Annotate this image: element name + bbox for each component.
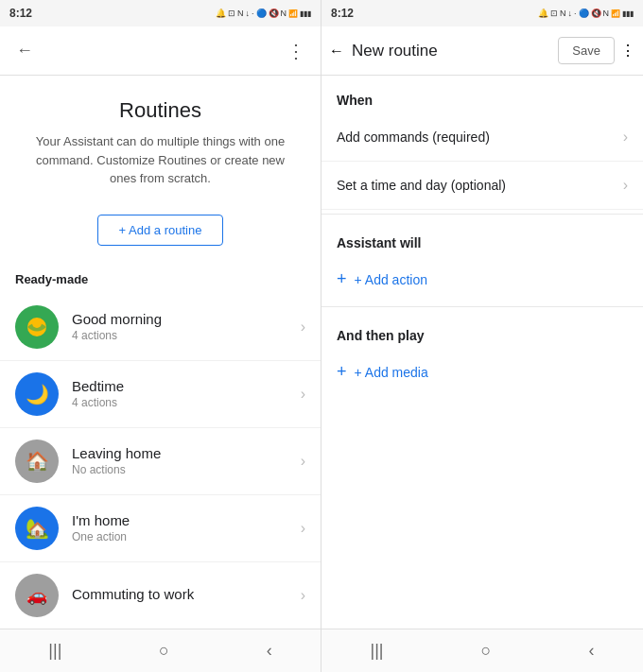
time-right: 8:12 [331,7,354,20]
status-bar-left: 8:12 🔔 ⊡ N ↓ · 🔵 🔇 N 📶 ▮▮▮ [0,0,321,26]
good-morning-name: Good morning [72,311,301,327]
add-commands-chevron: › [623,129,628,146]
bedtime-text: Bedtime 4 actions [72,378,301,409]
back-button-left[interactable]: ← [8,34,42,68]
set-time-chevron: › [623,177,628,194]
left-panel: 8:12 🔔 ⊡ N ↓ · 🔵 🔇 N 📶 ▮▮▮ ← ⋮ Routines … [0,0,322,672]
nav-home-left[interactable]: ○ [140,633,188,668]
status-icons-right: 🔔 ⊡ N ↓ · 🔵 🔇 N 📶 ▮▮▮ [538,9,634,18]
add-action-button[interactable]: + + Add action [322,256,643,302]
commuting-chevron: › [301,587,305,604]
save-button[interactable]: Save [558,37,615,64]
and-then-play-header: And then play [322,311,643,349]
right-panel: 8:12 🔔 ⊡ N ↓ · 🔵 🔇 N 📶 ▮▮▮ ← New routine… [322,0,643,672]
good-morning-text: Good morning 4 actions [72,311,301,342]
ready-made-label: Ready-made [0,261,321,294]
section-divider-1 [322,214,643,215]
more-menu-button-left[interactable]: ⋮ [279,34,313,68]
im-home-icon: 🏡 [15,507,59,550]
top-bar-right: ← New routine Save ⋮ [322,26,643,76]
bedtime-chevron: › [301,386,305,403]
more-menu-button-right[interactable]: ⋮ [620,42,635,60]
routine-list: Good morning 4 actions › 🌙 Bedtime 4 act… [0,294,321,629]
add-action-plus-icon: + [337,269,347,289]
good-morning-sub: 4 actions [72,329,301,342]
nav-home-right[interactable]: ○ [462,633,511,668]
routines-description: Your Assistant can do multiple things wi… [23,132,298,188]
nav-back-right[interactable]: ‹ [569,633,613,668]
routine-item-commuting[interactable]: 🚗 Commuting to work › [0,562,321,629]
new-routine-title: New routine [352,42,438,60]
back-button-right[interactable]: ← [329,43,344,60]
nav-menu-left[interactable]: ||| [29,633,80,668]
nav-bar-right: ||| ○ ‹ [322,629,643,672]
bedtime-sub: 4 actions [72,396,301,409]
new-routine-content: When Add commands (required) › Set a tim… [322,76,643,629]
routine-item-bedtime[interactable]: 🌙 Bedtime 4 actions › [0,361,321,428]
time-left: 8:12 [9,7,32,20]
im-home-text: I'm home One action [72,512,301,543]
svg-point-1 [32,319,42,328]
commuting-name: Commuting to work [72,586,301,602]
leaving-home-text: Leaving home No actions [72,445,301,476]
when-section-header: When [322,76,643,113]
good-morning-icon [15,305,59,349]
add-media-plus-icon: + [337,362,347,382]
add-media-button[interactable]: + + Add media [322,349,643,395]
add-action-label: + Add action [355,272,427,287]
add-commands-label: Add commands (required) [337,129,623,145]
im-home-name: I'm home [72,512,301,528]
routine-item-im-home[interactable]: 🏡 I'm home One action › [0,495,321,562]
im-home-sub: One action [72,530,301,543]
set-time-label: Set a time and day (optional) [337,178,623,193]
routines-title: Routines [23,98,298,123]
routine-item-good-morning[interactable]: Good morning 4 actions › [0,294,321,361]
commuting-icon: 🚗 [15,574,59,617]
bedtime-name: Bedtime [72,378,301,394]
commuting-text: Commuting to work [72,586,301,604]
assistant-will-header: Assistant will [322,218,643,256]
set-time-item[interactable]: Set a time and day (optional) › [322,162,643,210]
add-media-label: + Add media [355,365,428,380]
routines-header: Routines Your Assistant can do multiple … [0,76,321,203]
bedtime-icon: 🌙 [15,372,59,416]
nav-menu-right[interactable]: ||| [352,633,403,668]
good-morning-chevron: › [301,319,305,336]
im-home-chevron: › [301,520,305,537]
status-bar-right: 8:12 🔔 ⊡ N ↓ · 🔵 🔇 N 📶 ▮▮▮ [322,0,643,26]
leaving-home-icon: 🏠 [15,439,59,483]
leaving-home-chevron: › [301,453,305,470]
leaving-home-name: Leaving home [72,445,301,461]
routine-item-leaving-home[interactable]: 🏠 Leaving home No actions › [0,428,321,495]
nav-back-left[interactable]: ‹ [248,633,291,668]
section-divider-2 [322,306,643,307]
nav-bar-left: ||| ○ ‹ [0,629,321,672]
add-commands-item[interactable]: Add commands (required) › [322,113,643,162]
leaving-home-sub: No actions [72,463,301,476]
add-routine-button[interactable]: + Add a routine [97,215,224,246]
status-icons-left: 🔔 ⊡ N ↓ · 🔵 🔇 N 📶 ▮▮▮ [216,9,311,18]
top-bar-left: ← ⋮ [0,26,321,76]
